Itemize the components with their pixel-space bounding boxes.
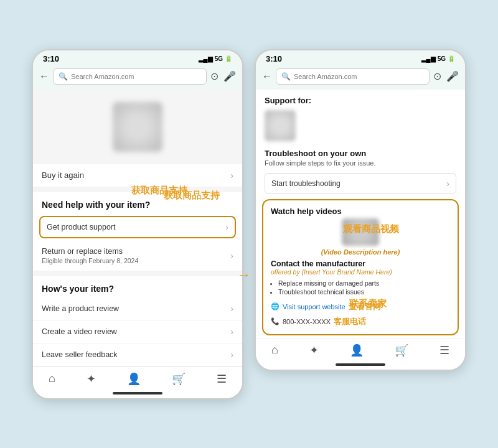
write-review-label: Write a product review bbox=[42, 304, 119, 313]
right-search-input[interactable] bbox=[294, 73, 424, 80]
right-product-thumb bbox=[265, 110, 296, 141]
left-search-bar-row: ← 🔍 ⊙ 🎤 bbox=[33, 66, 242, 90]
right-camera-icon[interactable]: ⊙ bbox=[433, 70, 441, 82]
seller-feedback-chevron: › bbox=[230, 350, 233, 360]
bullet-1: Replace missing or damaged parts bbox=[278, 279, 450, 287]
nav-cart-left[interactable]: 🛒 bbox=[172, 372, 186, 386]
get-support-chevron: › bbox=[225, 222, 228, 232]
visit-support-label: Visit support website bbox=[283, 303, 345, 310]
left-home-indicator bbox=[33, 388, 242, 398]
left-back-arrow[interactable]: ← bbox=[39, 71, 49, 82]
watch-videos-heading: Watch help videos bbox=[268, 205, 453, 218]
signal-icon: ▂▄▆ bbox=[199, 55, 213, 62]
buy-again-chevron: › bbox=[230, 170, 233, 180]
return-chevron: › bbox=[230, 251, 233, 261]
battery-icon: 🔋 bbox=[225, 55, 232, 62]
right-back-arrow[interactable]: ← bbox=[262, 71, 272, 82]
globe-icon: 🌐 bbox=[271, 302, 280, 310]
left-search-actions: ⊙ 🎤 bbox=[210, 70, 236, 82]
right-search-icon: 🔍 bbox=[281, 72, 291, 81]
right-time: 3:10 bbox=[266, 54, 282, 63]
left-product-image bbox=[33, 90, 242, 164]
return-replace-content: Return or replace items Eligible through… bbox=[42, 247, 138, 264]
right-mic-icon[interactable]: 🎤 bbox=[446, 70, 459, 82]
left-bottom-nav: ⌂ ✦ 👤 🛒 ☰ bbox=[33, 366, 242, 388]
nav-home-right[interactable]: ⌂ bbox=[271, 343, 278, 357]
bullet-2: Troubleshoot technical issues bbox=[278, 288, 450, 296]
troubleshoot-sub: Follow simple steps to fix your issue. bbox=[256, 159, 465, 170]
support-for-label: Support for: bbox=[256, 90, 465, 108]
seller-feedback-label: Leave seller feedback bbox=[42, 350, 118, 359]
right-search-actions: ⊙ 🎤 bbox=[433, 70, 459, 82]
left-time: 3:10 bbox=[43, 54, 59, 63]
right-battery-icon: 🔋 bbox=[448, 55, 455, 62]
right-bottom-nav: ⌂ ✦ 👤 🛒 ☰ bbox=[256, 338, 465, 360]
nav-cart-right[interactable]: 🛒 bbox=[395, 343, 408, 357]
right-network-icon: 5G bbox=[438, 55, 446, 62]
return-sub: Eligible through February 8, 2024 bbox=[42, 257, 138, 264]
right-status-bar: 3:10 ▂▄▆ 5G 🔋 bbox=[256, 50, 465, 66]
video-review-label: Create a video review bbox=[42, 327, 117, 336]
left-phone: 3:10 ▂▄▆ 5G 🔋 ← 🔍 ⊙ 🎤 bbox=[32, 49, 243, 399]
phone-annotation: 客服电话 bbox=[334, 316, 366, 327]
nav-menu-right[interactable]: ☰ bbox=[439, 343, 449, 357]
nav-account-left[interactable]: 👤 bbox=[127, 372, 141, 386]
seller-feedback-row[interactable]: Leave seller feedback › bbox=[33, 343, 242, 366]
camera-icon[interactable]: ⊙ bbox=[210, 70, 218, 82]
start-troubleshoot-label: Start troubleshooting bbox=[271, 179, 341, 188]
phone-number: 800-XXX-XXXX bbox=[283, 318, 331, 325]
video-desc: (Video Description here) bbox=[268, 248, 453, 256]
left-status-bar: 3:10 ▂▄▆ 5G 🔋 bbox=[33, 50, 242, 66]
highlighted-support-box: Watch help videos (Video Description her… bbox=[262, 199, 459, 335]
right-phone: 3:10 ▂▄▆ 5G 🔋 ← 🔍 ⊙ 🎤 Support for: bbox=[255, 49, 466, 371]
get-support-btn[interactable]: Get product support › bbox=[39, 216, 236, 238]
mic-icon[interactable]: 🎤 bbox=[223, 70, 236, 82]
right-search-box[interactable]: 🔍 bbox=[276, 68, 430, 85]
nav-deals-left[interactable]: ✦ bbox=[87, 372, 96, 386]
left-divider-2 bbox=[33, 271, 242, 276]
page-container: 3:10 ▂▄▆ 5G 🔋 ← 🔍 ⊙ 🎤 bbox=[19, 37, 479, 412]
annotation-contact-seller: 联系卖家 bbox=[349, 298, 387, 310]
write-review-chevron: › bbox=[230, 304, 233, 314]
left-search-box[interactable]: 🔍 bbox=[53, 68, 207, 85]
hows-item-title: How's your item? bbox=[33, 276, 242, 297]
contact-manufacturer-title: Contact the manufacturer bbox=[268, 256, 453, 268]
nav-home-left[interactable]: ⌂ bbox=[49, 372, 55, 385]
write-review-row[interactable]: Write a product review › bbox=[33, 297, 242, 320]
right-status-icons: ▂▄▆ 5G 🔋 bbox=[421, 55, 455, 62]
left-product-thumb bbox=[113, 102, 162, 152]
contact-manufacturer-sub: offered by (Insert Your Brand Name Here) bbox=[268, 268, 453, 278]
right-home-bar bbox=[336, 363, 385, 366]
contact-bullets: Replace missing or damaged parts Trouble… bbox=[268, 278, 453, 299]
phone-number-row[interactable]: 📞 800-XXX-XXXX 客服电话 bbox=[268, 314, 453, 329]
video-review-chevron: › bbox=[230, 327, 233, 337]
troubleshoot-heading: Troubleshoot on your own bbox=[256, 144, 465, 159]
arrow-icon: → bbox=[237, 267, 251, 283]
return-replace-row[interactable]: Return or replace items Eligible through… bbox=[33, 241, 242, 271]
left-home-bar bbox=[113, 392, 162, 394]
nav-account-right[interactable]: 👤 bbox=[350, 343, 364, 357]
annotation-watch-videos: 观看商品视频 bbox=[343, 223, 399, 235]
video-review-row[interactable]: Create a video review › bbox=[33, 320, 242, 343]
right-home-indicator bbox=[256, 360, 465, 370]
buy-again-label: Buy it again bbox=[42, 170, 84, 180]
left-search-icon: 🔍 bbox=[59, 72, 68, 81]
phone-icon: 📞 bbox=[271, 317, 280, 325]
nav-menu-left[interactable]: ☰ bbox=[217, 372, 227, 386]
network-icon: 5G bbox=[215, 55, 223, 62]
right-search-bar-row: ← 🔍 ⊙ 🎤 bbox=[256, 66, 465, 90]
buy-again-row[interactable]: Buy it again › bbox=[33, 164, 242, 187]
start-troubleshoot-chevron: › bbox=[446, 179, 449, 189]
start-troubleshoot-btn[interactable]: Start troubleshooting › bbox=[265, 173, 456, 194]
return-label: Return or replace items bbox=[42, 247, 138, 256]
left-status-icons: ▂▄▆ 5G 🔋 bbox=[199, 55, 232, 62]
right-signal-icon: ▂▄▆ bbox=[421, 55, 436, 62]
nav-deals-right[interactable]: ✦ bbox=[309, 343, 319, 357]
left-phone-content: Buy it again › Need help with your item?… bbox=[33, 90, 242, 366]
left-search-input[interactable] bbox=[71, 73, 201, 80]
annotation-get-support-text: 获取商品支持 bbox=[131, 185, 187, 197]
